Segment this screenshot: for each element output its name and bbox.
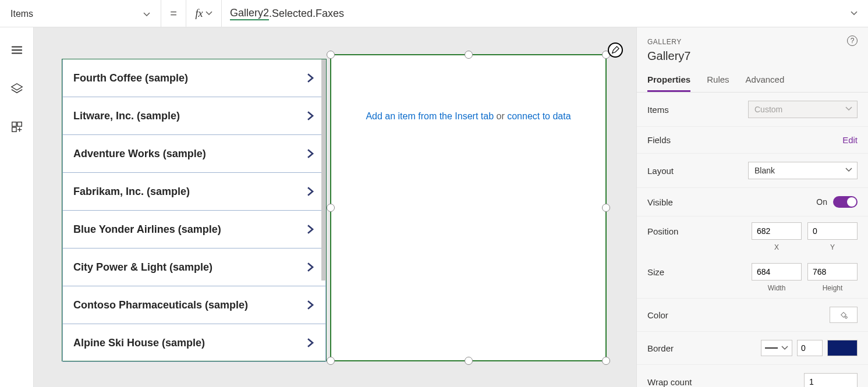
position-x-input[interactable] (752, 222, 802, 240)
size-sublabels: Width Height (637, 284, 868, 298)
size-width-sublabel: Width (752, 284, 802, 292)
left-rail (0, 27, 34, 387)
color-label: Color (647, 310, 668, 320)
gallery7-control[interactable]: Add an item from the Insert tab or conne… (330, 54, 607, 361)
size-width-input[interactable] (752, 263, 802, 281)
tab-advanced[interactable]: Advanced (746, 74, 785, 92)
chevron-down-icon (845, 166, 852, 175)
chevron-right-icon (306, 225, 315, 234)
list-item[interactable]: Fabrikam, Inc. (sample) (62, 173, 326, 211)
list-item-label: Fabrikam, Inc. (sample) (73, 186, 190, 198)
formula-token-ref: Gallery2 (230, 7, 269, 20)
help-button[interactable]: ? (847, 35, 858, 46)
tab-properties[interactable]: Properties (647, 74, 690, 92)
fx-label: fx (196, 8, 203, 20)
chevron-down-icon (845, 105, 852, 114)
control-type-label: GALLERY (647, 38, 858, 46)
layers-icon[interactable] (10, 82, 23, 95)
equals-sign: = (161, 0, 186, 27)
border-line-preview (765, 347, 778, 349)
toggle-track (833, 196, 858, 208)
empty-gallery-hint: Add an item from the Insert tab or conne… (331, 111, 605, 122)
items-value: Custom (754, 105, 782, 114)
tab-rules[interactable]: Rules (707, 74, 729, 92)
border-style-dropdown[interactable] (761, 340, 792, 356)
visible-toggle[interactable]: On (816, 196, 858, 208)
visible-property-row: Visible On (637, 188, 868, 216)
layout-property-row: Layout Blank (637, 154, 868, 188)
gallery2-control[interactable]: Fourth Coffee (sample) Litware, Inc. (sa… (62, 59, 327, 361)
list-item-label: Alpine Ski House (sample) (73, 337, 205, 349)
chevron-down-icon (143, 10, 151, 18)
properties-panel: GALLERY Gallery7 ? Properties Rules Adva… (636, 27, 868, 387)
tiles-icon[interactable] (10, 120, 23, 133)
size-property-row: Size (637, 257, 868, 284)
layout-label: Layout (647, 166, 674, 176)
property-dropdown[interactable]: Items (0, 0, 161, 27)
fields-property-row: Fields Edit (637, 127, 868, 154)
items-label: Items (647, 105, 669, 115)
chevron-down-icon (206, 10, 212, 17)
formula-bar: Items = fx Gallery2.Selected.Faxes (0, 0, 868, 27)
chevron-right-icon (306, 300, 315, 310)
list-item[interactable]: Alpine Ski House (sample) (62, 324, 326, 362)
list-item[interactable]: Blue Yonder Airlines (sample) (62, 211, 326, 248)
size-height-input[interactable] (807, 263, 858, 281)
hint-or-text: or (494, 111, 507, 121)
chevron-right-icon (306, 73, 315, 83)
items-property-row: Items Custom (637, 93, 868, 127)
list-item[interactable]: City Power & Light (sample) (62, 248, 326, 286)
menu-icon[interactable] (10, 44, 23, 56)
layout-dropdown[interactable]: Blank (748, 162, 858, 179)
list-item[interactable]: Adventure Works (sample) (62, 135, 326, 173)
svg-rect-1 (17, 122, 21, 126)
resize-handle[interactable] (465, 51, 473, 59)
panel-tabs: Properties Rules Advanced (637, 63, 868, 93)
edit-template-button[interactable] (608, 42, 623, 58)
design-canvas[interactable]: Fourth Coffee (sample) Litware, Inc. (sa… (34, 27, 636, 387)
items-dropdown[interactable]: Custom (748, 101, 858, 118)
connect-data-link[interactable]: connect to data (507, 111, 571, 121)
scrollbar-thumb[interactable] (321, 59, 326, 281)
list-item[interactable]: Litware, Inc. (sample) (62, 97, 326, 135)
border-color-picker[interactable] (827, 340, 858, 356)
position-sublabels: X Y (637, 243, 868, 257)
list-item-label: Fourth Coffee (sample) (73, 72, 188, 84)
chevron-right-icon (306, 149, 315, 158)
chevron-down-icon (781, 345, 788, 352)
position-property-row: Position (637, 216, 868, 243)
insert-tab-link[interactable]: Add an item from the Insert tab (366, 111, 494, 121)
border-width-input[interactable] (797, 340, 823, 356)
visible-label: Visible (647, 197, 673, 207)
list-item-label: Contoso Pharmaceuticals (sample) (73, 299, 248, 311)
fields-edit-link[interactable]: Edit (842, 135, 858, 145)
resize-handle[interactable] (327, 357, 335, 365)
resize-handle[interactable] (602, 357, 610, 365)
size-height-sublabel: Height (807, 284, 858, 292)
fx-button[interactable]: fx (186, 0, 222, 27)
panel-header: GALLERY Gallery7 ? (637, 27, 868, 63)
wrap-count-input[interactable] (804, 373, 858, 387)
chevron-down-icon[interactable] (851, 8, 858, 20)
visible-state-text: On (816, 197, 827, 207)
chevron-right-icon (306, 111, 315, 120)
list-item-label: Adventure Works (sample) (73, 148, 206, 160)
list-item-label: Litware, Inc. (sample) (73, 110, 180, 122)
position-y-input[interactable] (807, 222, 858, 240)
resize-handle[interactable] (327, 51, 335, 59)
fields-label: Fields (647, 135, 671, 145)
paint-bucket-icon (839, 311, 848, 319)
list-item[interactable]: Fourth Coffee (sample) (62, 59, 326, 97)
size-label: Size (647, 267, 664, 277)
color-picker[interactable] (830, 307, 858, 323)
wrap-count-row: Wrap count (637, 365, 868, 387)
svg-rect-0 (12, 122, 16, 126)
color-property-row: Color (637, 299, 868, 332)
resize-handle[interactable] (465, 357, 473, 365)
chevron-right-icon (306, 262, 315, 272)
resize-handle[interactable] (602, 204, 610, 212)
resize-handle[interactable] (327, 204, 335, 212)
list-item[interactable]: Contoso Pharmaceuticals (sample) (62, 286, 326, 324)
chevron-right-icon (306, 187, 315, 196)
formula-input[interactable]: Gallery2.Selected.Faxes (222, 0, 868, 27)
